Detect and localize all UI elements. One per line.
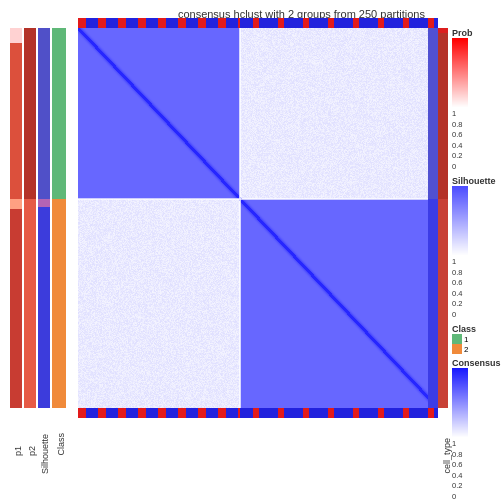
label-p1: p1 bbox=[13, 446, 23, 456]
legend-consensus: Consensus 1 0.8 0.6 0.4 0.2 0 bbox=[452, 358, 504, 502]
legend-prob-labels: 1 0.8 0.6 0.4 0.2 0 bbox=[452, 109, 504, 172]
label-p2: p2 bbox=[27, 446, 37, 456]
legend-class-1: 1 bbox=[452, 334, 504, 344]
sidebar-p1 bbox=[10, 28, 22, 408]
label-cell-type: cell_type bbox=[442, 438, 452, 474]
label-silhouette: Silhouette bbox=[40, 434, 50, 474]
legend-prob: Prob 1 0.8 0.6 0.4 0.2 0 bbox=[452, 28, 504, 172]
class-1-color bbox=[452, 334, 462, 344]
legend-consensus-bar bbox=[452, 368, 468, 438]
legend-silhouette: Silhouette 1 0.8 0.6 0.4 0.2 0 bbox=[452, 176, 504, 320]
class-2-color bbox=[452, 344, 462, 354]
legend-silhouette-title: Silhouette bbox=[452, 176, 504, 186]
topbar-cell-type bbox=[78, 18, 438, 28]
heatmap-canvas bbox=[78, 28, 438, 408]
chart-container: consensus hclust with 2 groups from 250 … bbox=[0, 0, 504, 504]
rightbar-prob bbox=[438, 28, 448, 408]
legend-class-2: 2 bbox=[452, 344, 504, 354]
legend-cons-labels: 1 0.8 0.6 0.4 0.2 0 bbox=[452, 439, 504, 502]
legend-sil-labels: 1 0.8 0.6 0.4 0.2 0 bbox=[452, 257, 504, 320]
legend-area: Prob 1 0.8 0.6 0.4 0.2 0 Silhouette 1 0.… bbox=[452, 28, 504, 504]
sidebar-p2 bbox=[24, 28, 36, 408]
rightbar-silhouette bbox=[428, 28, 438, 408]
sidebar-class bbox=[52, 28, 66, 408]
legend-consensus-title: Consensus bbox=[452, 358, 504, 368]
sidebar-silhouette bbox=[38, 28, 50, 408]
legend-class: Class 1 2 bbox=[452, 324, 504, 354]
legend-sil-bar bbox=[452, 186, 468, 256]
legend-prob-title: Prob bbox=[452, 28, 504, 38]
legend-class-title: Class bbox=[452, 324, 504, 334]
legend-prob-bar bbox=[452, 38, 468, 108]
label-class: Class bbox=[56, 433, 66, 456]
bottombar-cell-type bbox=[78, 408, 438, 418]
